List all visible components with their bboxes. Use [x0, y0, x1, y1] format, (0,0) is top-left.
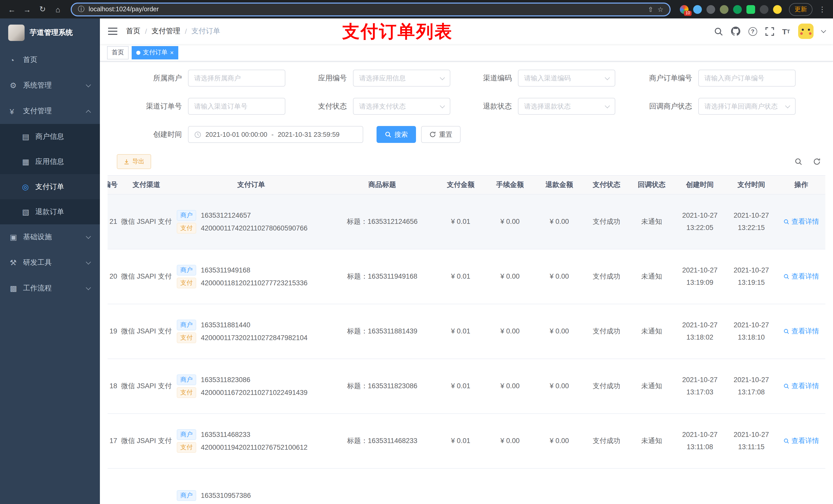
github-icon[interactable] — [731, 27, 740, 36]
cell-title: 标题：1635311468233 — [328, 413, 436, 468]
cell-actions — [777, 468, 825, 504]
sidebar-item-app-info[interactable]: ▦应用信息 — [0, 149, 100, 174]
filter-label: 支付状态 — [304, 102, 353, 111]
view-detail-link[interactable]: 查看详情 — [783, 436, 819, 446]
table-row[interactable]: 商户1635310957386 — [108, 468, 825, 504]
site-info-icon[interactable]: ⓘ — [78, 5, 85, 14]
tab-home[interactable]: 首页 — [107, 46, 128, 59]
hamburger-icon[interactable] — [108, 26, 118, 37]
view-detail-link[interactable]: 查看详情 — [783, 381, 819, 390]
merchant-tag: 商户 — [177, 429, 196, 440]
sidebar-item-label: 首页 — [23, 55, 38, 65]
cell-pay-time: 2021-10-2713:11:15 — [726, 413, 777, 468]
filter-label: 商户订单编号 — [634, 73, 698, 83]
url-text[interactable]: localhost:1024/pay/order — [89, 6, 644, 13]
table-row[interactable]: 18微信 JSAPI 支付商户1635311823086支付4200001167… — [108, 359, 825, 413]
extension-icon[interactable] — [720, 5, 729, 14]
close-icon[interactable]: × — [170, 49, 174, 55]
table-row[interactable]: 21微信 JSAPI 支付商户1635312124657支付4200001174… — [108, 194, 825, 249]
sidebar-item-system[interactable]: ⚙系统管理 — [0, 73, 100, 98]
date-end[interactable]: 2021-10-31 23:59:59 — [278, 130, 339, 138]
sidebar-item-dev-tools[interactable]: ⚒研发工具 — [0, 250, 100, 275]
sidebar-item-home[interactable]: ◔首页 — [0, 47, 100, 73]
home-icon[interactable]: ⌂ — [51, 3, 65, 16]
cell-actions: 查看详情 — [777, 413, 825, 468]
breadcrumb-item[interactable]: 首页 — [126, 27, 140, 36]
filter-label: 创建时间 — [130, 130, 188, 139]
fullscreen-icon[interactable] — [765, 27, 774, 35]
sidebar-item-label: 工作流程 — [23, 284, 52, 293]
cell-pay-amount — [436, 468, 485, 504]
view-detail-link[interactable]: 查看详情 — [783, 272, 819, 281]
pay-status-select[interactable]: 请选择支付状态 — [353, 98, 450, 115]
table-row[interactable]: 17微信 JSAPI 支付商户1635311468233支付4200001194… — [108, 413, 825, 468]
sidebar-item-merchant-info[interactable]: ▤商户信息 — [0, 124, 100, 149]
channel-order-no-input[interactable]: 请输入渠道订单号 — [188, 98, 285, 115]
refund-status-select[interactable]: 请选择退款状态 — [518, 98, 615, 115]
sidebar-item-payment[interactable]: ¥支付管理 — [0, 98, 100, 124]
sidebar-item-refund-order[interactable]: ▧退款订单 — [0, 199, 100, 224]
browser-update-button[interactable]: 更新 — [789, 3, 812, 16]
reload-icon[interactable]: ↻ — [36, 3, 49, 16]
export-button[interactable]: 导出 — [117, 154, 151, 169]
create-time-range-input[interactable]: 2021-10-01 00:00:00 - 2021-10-31 23:59:5… — [188, 126, 363, 143]
extension-icon[interactable] — [733, 5, 742, 14]
reset-button[interactable]: 重置 — [421, 126, 460, 143]
table-body: 21微信 JSAPI 支付商户1635312124657支付4200001174… — [108, 194, 825, 504]
view-detail-link[interactable]: 查看详情 — [783, 327, 819, 336]
cell-refund-amount: ¥ 0.00 — [534, 413, 584, 468]
merchant-order-no-input[interactable]: 请输入商户订单编号 — [698, 70, 795, 87]
extension-icon[interactable] — [707, 5, 715, 14]
merchant-input[interactable]: 请选择所属商户 — [188, 70, 285, 87]
bookmark-star-icon[interactable]: ☆ — [658, 5, 663, 13]
cell-pay-order: 商户1635310957386 — [174, 468, 328, 504]
search-toggle-icon[interactable] — [791, 155, 805, 168]
cell-title — [328, 468, 436, 504]
sidebar-item-workflow[interactable]: ▩工作流程 — [0, 275, 100, 301]
cell-fee-amount: ¥ 0.00 — [485, 413, 535, 468]
pin-extension-icon[interactable] — [760, 5, 768, 14]
table-row[interactable]: 20微信 JSAPI 支付商户1635311949168支付4200001181… — [108, 249, 825, 304]
cell-pay-amount: ¥ 0.01 — [436, 359, 485, 413]
table-row[interactable]: 19微信 JSAPI 支付商户1635311881440支付4200001173… — [108, 304, 825, 359]
help-icon[interactable]: ? — [748, 27, 757, 35]
extension-icon[interactable]: 10 — [680, 5, 689, 14]
search-icon[interactable] — [714, 27, 722, 35]
extension-icon[interactable] — [693, 5, 702, 14]
profile-avatar-icon[interactable] — [773, 5, 782, 14]
breadcrumb-item[interactable]: 支付管理 — [152, 27, 180, 36]
filter-field-pay-status: 支付状态请选择支付状态 — [304, 98, 450, 115]
notify-status-select[interactable]: 请选择订单回调商户状态 — [698, 98, 795, 115]
sidebar-item-pay-order[interactable]: ◎支付订单 — [0, 174, 100, 199]
order-line: 商户1635311881440 — [177, 319, 327, 330]
date-start[interactable]: 2021-10-01 00:00:00 — [206, 130, 267, 138]
browser-menu-icon[interactable]: ⋮ — [817, 5, 828, 13]
search-button-label: 搜索 — [395, 130, 408, 139]
tab-pay-order[interactable]: 支付订单 × — [132, 46, 178, 59]
merchant-tag: 商户 — [177, 319, 196, 330]
breadcrumb-item: 支付订单 — [192, 27, 220, 36]
refresh-table-icon[interactable] — [810, 155, 823, 168]
channel-code-select[interactable]: 请输入渠道编码 — [518, 70, 615, 87]
address-bar[interactable]: ⓘ localhost:1024/pay/order ⇧ ☆ — [71, 2, 671, 16]
sidebar-menu: ◔首页⚙系统管理¥支付管理▤商户信息▦应用信息◎支付订单▧退款订单▣基础设施⚒研… — [0, 47, 100, 301]
app-no-select[interactable]: 请选择应用信息 — [353, 70, 450, 87]
chevron-down-icon[interactable] — [821, 28, 826, 33]
active-tab-dot-icon — [136, 50, 140, 54]
sidebar-logo[interactable]: 芋道管理系统 — [0, 19, 100, 47]
view-detail-link[interactable]: 查看详情 — [783, 217, 819, 226]
forward-icon[interactable]: → — [21, 3, 34, 16]
extension-icon[interactable] — [746, 5, 755, 14]
dashboard-icon: ◔ — [10, 55, 23, 64]
sidebar-item-infrastructure[interactable]: ▣基础设施 — [0, 224, 100, 250]
back-icon[interactable]: ← — [5, 3, 19, 16]
order-number: 4200001181202110277723215336 — [201, 279, 307, 287]
share-icon[interactable]: ⇧ — [648, 5, 653, 13]
gear-icon: ⚙ — [10, 81, 23, 90]
font-size-icon[interactable]: TT — [782, 27, 790, 35]
filter-row-3: 创建时间 2021-10-01 00:00:00 - 2021-10-31 23… — [108, 126, 825, 143]
order-line: 支付4200001174202110278060590766 — [177, 222, 327, 233]
search-button[interactable]: 搜索 — [377, 126, 416, 143]
avatar[interactable] — [798, 24, 813, 39]
merchant-tag: 商户 — [177, 265, 196, 275]
